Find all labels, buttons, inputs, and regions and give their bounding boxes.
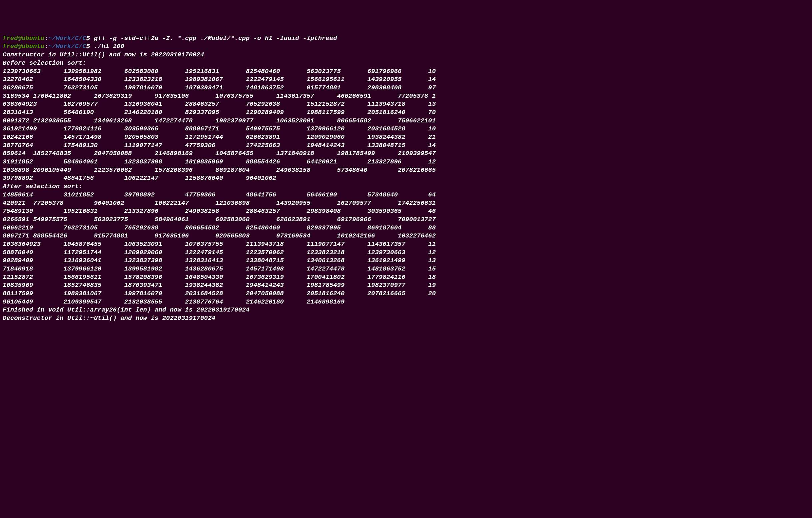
prompt-line-1: fred@ubuntu:~/Work/C/C$ g++ -g -std=c++2…	[3, 34, 809, 43]
after-data-row: 75489130 195216831 213327896 249038158 2…	[3, 207, 809, 216]
after-data-row: 58876040 1172951744 1209029060 122247914…	[3, 248, 809, 257]
prompt-dollar: $	[86, 43, 94, 50]
after-data-row: 8067171 888554426 915774881 917635106 92…	[3, 232, 809, 240]
terminal-window[interactable]: fred@ubuntu:~/Work/C/C$ g++ -g -std=c++2…	[3, 34, 809, 323]
prompt-user: fred@ubuntu	[3, 43, 44, 50]
after-data-row: 50662210 763273105 765292638 806654582 8…	[3, 224, 809, 232]
prompt-colon: :	[44, 43, 48, 50]
before-data-row: 10242166 1457171498 920565803 1172951744…	[3, 133, 809, 141]
run-command: ./h1 100	[94, 43, 124, 50]
after-data-row: 88117599 1989381067 1997816070 203168452…	[3, 290, 809, 298]
deconstructor-line: Deconstructor in Util::~Util() and now i…	[3, 314, 809, 323]
before-data-row: 859614 1852746835 2047050088 2146898169 …	[3, 149, 809, 158]
prompt-colon: :	[44, 35, 48, 42]
after-data-row: 90289409 1316936041 1323837398 132831641…	[3, 256, 809, 265]
after-data-row: 71840918 1379966120 1399581982 143628067…	[3, 265, 809, 273]
compile-command: g++ -g -std=c++2a -I. *.cpp ./Model/*.cp…	[94, 35, 337, 42]
before-label: Before selection sort:	[3, 59, 809, 67]
constructor-line: Constructor in Util::Util() and now is 2…	[3, 51, 809, 59]
after-data-row: 14859614 31011852 39798892 47759306 4864…	[3, 191, 809, 199]
before-data-row: 38776764 175489130 1119077147 47759306 1…	[3, 141, 809, 150]
before-data-row: 1036898 2096105449 1223570062 1578208396…	[3, 166, 809, 174]
prompt-path: ~/Work/C/C	[48, 43, 86, 50]
before-data-row: 39798892 48641756 106222147 1158876040 9…	[3, 174, 809, 183]
before-data-row: 36280675 763273105 1997816070 1870393471…	[3, 84, 809, 92]
before-data-row: 32276462 1648504330 1233823218 198938106…	[3, 75, 809, 84]
before-data-row: 361921499 1779824116 303590365 888067171…	[3, 125, 809, 133]
before-data-row: 31011852 584964061 1323837398 1810835969…	[3, 158, 809, 166]
after-data-row: 420921 77205378 96401062 106222147 12103…	[3, 199, 809, 208]
prompt-path: ~/Work/C/C	[48, 35, 86, 42]
before-data-row: 1239730663 1399581982 602583060 19521683…	[3, 67, 809, 76]
after-data-row: 1036364923 1045876455 1063523091 1076375…	[3, 240, 809, 248]
prompt-line-2: fred@ubuntu:~/Work/C/C$ ./h1 100	[3, 43, 809, 51]
after-data-row: 10835969 1852746835 1870393471 193824438…	[3, 281, 809, 290]
before-data-row: 036364923 162709577 1316936041 288463257…	[3, 100, 809, 108]
after-data-row: 12152872 1566195611 1578208396 164850433…	[3, 273, 809, 281]
after-data-row: 96105449 2109399547 2132038555 213877676…	[3, 298, 809, 306]
before-data-row: 28316413 56466190 2146220180 829337095 1…	[3, 108, 809, 117]
prompt-user: fred@ubuntu	[3, 35, 44, 42]
before-data-row: 3169534 1700411802 1673629319 917635106 …	[3, 92, 809, 101]
before-data-row: 9001372 2132038555 1340613268 1472274478…	[3, 117, 809, 125]
after-label: After selection sort:	[3, 183, 809, 191]
after-data-row: 0266591 549975575 563023775 584964061 60…	[3, 216, 809, 224]
finished-line: Finished in void Util::array26(int len) …	[3, 306, 809, 314]
prompt-dollar: $	[86, 35, 94, 42]
